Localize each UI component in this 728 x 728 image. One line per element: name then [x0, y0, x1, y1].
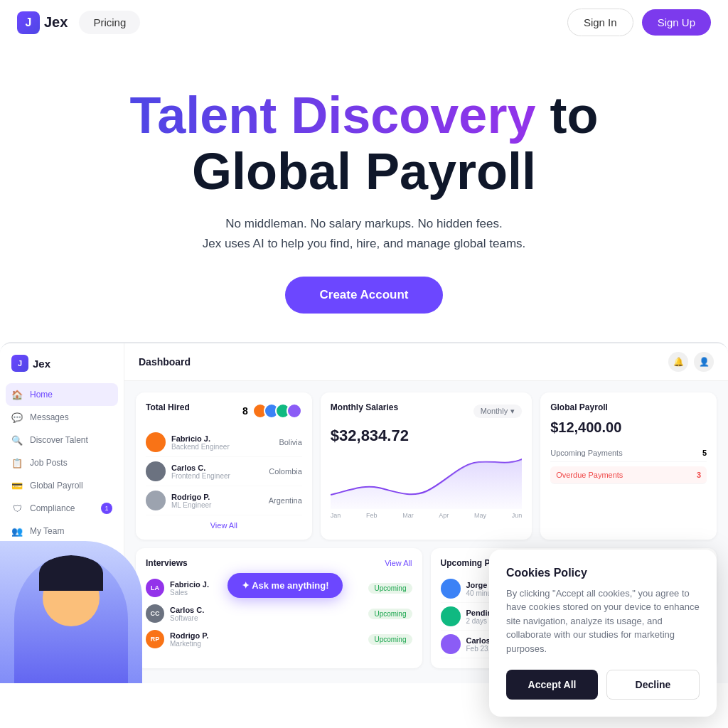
- logo: J Jex: [17, 11, 68, 34]
- view-all-interviews[interactable]: View All: [385, 559, 412, 567]
- hero-subtext-2: Jex uses AI to help you find, hire, and …: [14, 237, 714, 251]
- global-payroll-card: Global Payroll $12,400.00 Upcoming Payme…: [540, 392, 717, 540]
- sidebar-item-home[interactable]: 🏠 Home: [6, 383, 118, 406]
- myteam-icon: 👥: [11, 525, 23, 537]
- sidebar-item-discover[interactable]: 🔍 Discover Talent: [0, 429, 124, 451]
- hero-headline: Talent Discovery toGlobal Payroll: [14, 87, 714, 200]
- chart-labels: Jan Feb Mar Apr May Jun: [331, 512, 522, 519]
- hero-headline-gradient: Talent Discovery: [130, 87, 536, 144]
- header-icons: 🔔 👤: [668, 352, 714, 372]
- employee-row-3: Rodrigo P. ML Engineer Argentina: [146, 486, 302, 515]
- upcoming-payments-row: Upcoming Payments 5: [550, 444, 707, 462]
- cookie-title: Cookies Policy: [506, 567, 700, 579]
- total-hired-card: Total Hired 8: [136, 392, 312, 540]
- payroll-icon: 💳: [11, 480, 23, 491]
- avatar-icon[interactable]: 👤: [694, 352, 714, 372]
- view-all-employees[interactable]: View All: [146, 521, 302, 530]
- compliance-icon: 🛡: [11, 503, 23, 514]
- create-account-button[interactable]: Create Account: [285, 277, 442, 314]
- dashboard-logo-icon: J: [11, 355, 28, 372]
- employee-row-1: Fabricio J. Backend Engineer Bolivia: [146, 428, 302, 457]
- emp-avatar-2: [146, 461, 166, 481]
- monthly-salaries-label: Monthly Salaries: [331, 402, 398, 412]
- up-avatar-3: [441, 634, 461, 654]
- logo-icon: J: [17, 11, 40, 34]
- overdue-payments-row: Overdue Payments 3: [550, 466, 707, 484]
- int-avatar-1: LA: [146, 579, 164, 597]
- jobposts-icon: 📋: [11, 457, 23, 469]
- navigation: J Jex Pricing Sign In Sign Up: [0, 0, 728, 45]
- interview-row-3: RP Rodrigo P. Marketing Upcoming: [146, 626, 412, 652]
- up-avatar-1: [441, 579, 461, 599]
- decline-cookies-button[interactable]: Decline: [606, 670, 700, 700]
- compliance-badge: 1: [101, 503, 112, 514]
- hero-subtext-1: No middleman. No salary markups. No hidd…: [14, 217, 714, 231]
- hero-section: Talent Discovery toGlobal Payroll No mid…: [0, 45, 728, 342]
- interview-status-3: Upcoming: [368, 634, 412, 645]
- interview-status-1: Upcoming: [368, 583, 412, 594]
- int-avatar-3: RP: [146, 630, 164, 648]
- ai-assistant-button[interactable]: ✦ Ask me anything!: [228, 573, 343, 598]
- emp-avatar-1: [146, 432, 166, 452]
- nav-right: Sign In Sign Up: [567, 9, 711, 36]
- sidebar-item-payroll[interactable]: 💳 Global Payroll: [0, 474, 124, 497]
- interview-row-2: CC Carlos C. Software Upcoming: [146, 601, 412, 626]
- signup-button[interactable]: Sign Up: [642, 9, 711, 36]
- sidebar-item-compliance[interactable]: 🛡 Compliance 1: [0, 497, 124, 520]
- dashboard-logo: J Jex: [0, 355, 124, 383]
- notification-icon[interactable]: 🔔: [668, 352, 688, 372]
- cookie-banner: Cookies Policy By clicking "Accept all c…: [489, 550, 717, 717]
- interviews-card: Interviews View All LA Fabricio J. Sales…: [136, 548, 422, 668]
- signin-button[interactable]: Sign In: [567, 9, 633, 36]
- salary-amount: $32,834.72: [331, 427, 522, 445]
- cookie-text: By clicking "Accept all cookies," you ag…: [506, 587, 700, 656]
- hired-avatars: [252, 403, 302, 419]
- accept-cookies-button[interactable]: Accept All: [506, 670, 598, 700]
- monthly-salaries-card: Monthly Salaries Monthly ▾ $32,834.72: [321, 392, 532, 540]
- employee-row-2: Carlos C. Frontend Engineer Colombia: [146, 457, 302, 486]
- person-illustration: [0, 541, 142, 683]
- pricing-nav-item[interactable]: Pricing: [79, 11, 140, 34]
- emp-avatar-3: [146, 491, 166, 510]
- cookie-actions: Accept All Decline: [506, 670, 700, 700]
- discover-icon: 🔍: [11, 434, 23, 446]
- dashboard-title: Dashboard: [139, 356, 191, 368]
- sidebar-item-myteam[interactable]: 👥 My Team: [0, 520, 124, 542]
- total-hired-count: 8: [242, 405, 248, 417]
- home-icon: 🏠: [11, 389, 23, 400]
- sidebar-item-jobposts[interactable]: 📋 Job Posts: [0, 451, 124, 474]
- interviews-label: Interviews: [146, 558, 188, 568]
- dashboard-header: Dashboard 🔔 👤: [124, 343, 728, 381]
- monthly-filter[interactable]: Monthly ▾: [473, 405, 523, 418]
- up-avatar-2: [441, 606, 461, 626]
- payroll-amount: $12,400.00: [550, 419, 707, 436]
- sidebar-item-messages[interactable]: 💬 Messages: [0, 406, 124, 429]
- int-avatar-2: CC: [146, 604, 164, 623]
- global-payroll-label: Global Payroll: [550, 402, 707, 412]
- avatar-4: [287, 403, 302, 419]
- salary-chart: [331, 452, 522, 509]
- interview-status-2: Upcoming: [368, 609, 412, 619]
- messages-icon: 💬: [11, 412, 23, 423]
- total-hired-label: Total Hired: [146, 402, 190, 412]
